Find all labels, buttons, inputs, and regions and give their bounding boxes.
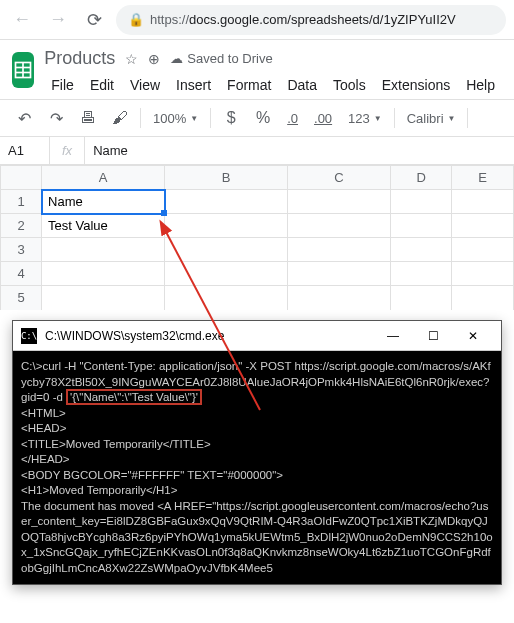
row-header-1[interactable]: 1 — [1, 190, 42, 214]
select-all-corner[interactable] — [1, 166, 42, 190]
save-status[interactable]: ☁ Saved to Drive — [170, 51, 272, 66]
menu-extensions[interactable]: Extensions — [375, 73, 457, 97]
cell-D4[interactable] — [390, 262, 452, 286]
cell-C4[interactable] — [288, 262, 391, 286]
col-header-E[interactable]: E — [452, 166, 514, 190]
print-button[interactable]: 🖶 — [76, 106, 100, 130]
url-prefix: https:// — [150, 12, 189, 27]
reload-button[interactable]: ⟳ — [80, 6, 108, 34]
cell-D3[interactable] — [390, 238, 452, 262]
cell-D1[interactable] — [390, 190, 452, 214]
percent-button[interactable]: % — [251, 106, 275, 130]
menu-file[interactable]: File — [44, 73, 81, 97]
cmd-title: C:\WINDOWS\system32\cmd.exe — [45, 329, 373, 343]
increase-decimal-button[interactable]: .00 — [310, 111, 336, 126]
menu-help[interactable]: Help — [459, 73, 502, 97]
cell-C3[interactable] — [288, 238, 391, 262]
forward-button[interactable]: → — [44, 6, 72, 34]
cell-B1[interactable] — [165, 190, 288, 214]
name-box[interactable]: A1 — [0, 137, 50, 164]
cmd-icon: C:\ — [21, 328, 37, 344]
menu-bar: File Edit View Insert Format Data Tools … — [44, 73, 502, 97]
cell-A3[interactable] — [42, 238, 165, 262]
browser-toolbar: ← → ⟳ 🔒 https://docs.google.com/spreadsh… — [0, 0, 514, 40]
cell-C1[interactable] — [288, 190, 391, 214]
cell-B5[interactable] — [165, 286, 288, 310]
paint-format-button[interactable]: 🖌 — [108, 106, 132, 130]
cell-E4[interactable] — [452, 262, 514, 286]
spreadsheet-grid[interactable]: A B C D E 1 Name 2 Test Value 3 4 — [0, 165, 514, 310]
col-header-D[interactable]: D — [390, 166, 452, 190]
menu-view[interactable]: View — [123, 73, 167, 97]
formula-bar: A1 fx Name — [0, 137, 514, 165]
cell-D2[interactable] — [390, 214, 452, 238]
fx-label: fx — [50, 137, 85, 164]
cell-B2[interactable] — [165, 214, 288, 238]
cell-E2[interactable] — [452, 214, 514, 238]
menu-tools[interactable]: Tools — [326, 73, 373, 97]
doc-title[interactable]: Products — [44, 48, 115, 69]
maximize-button[interactable]: ☐ — [413, 322, 453, 350]
cmd-window: C:\ C:\WINDOWS\system32\cmd.exe — ☐ ✕ C:… — [12, 320, 502, 585]
undo-button[interactable]: ↶ — [12, 106, 36, 130]
cloud-icon: ☁ — [170, 51, 183, 66]
col-header-B[interactable]: B — [165, 166, 288, 190]
cell-E3[interactable] — [452, 238, 514, 262]
cell-B4[interactable] — [165, 262, 288, 286]
cell-A2[interactable]: Test Value — [42, 214, 165, 238]
menu-insert[interactable]: Insert — [169, 73, 218, 97]
cell-A4[interactable] — [42, 262, 165, 286]
star-icon[interactable]: ☆ — [125, 51, 138, 67]
lock-icon: 🔒 — [128, 12, 144, 27]
cmd-output[interactable]: C:\>curl -H "Content-Type: application/j… — [13, 351, 501, 584]
cell-A5[interactable] — [42, 286, 165, 310]
url-bar[interactable]: 🔒 https://docs.google.com/spreadsheets/d… — [116, 5, 506, 35]
app-header: Products ☆ ⊕ ☁ Saved to Drive File Edit … — [0, 40, 514, 97]
row-header-5[interactable]: 5 — [1, 286, 42, 310]
move-icon[interactable]: ⊕ — [148, 51, 160, 67]
cell-A1[interactable]: Name — [42, 190, 165, 214]
toolbar: ↶ ↷ 🖶 🖌 100%▼ $ % .0 .00 123▼ Calibri▼ — [0, 100, 514, 137]
row-header-4[interactable]: 4 — [1, 262, 42, 286]
cell-D5[interactable] — [390, 286, 452, 310]
font-dropdown[interactable]: Calibri▼ — [403, 111, 460, 126]
redo-button[interactable]: ↷ — [44, 106, 68, 130]
cmd-titlebar[interactable]: C:\ C:\WINDOWS\system32\cmd.exe — ☐ ✕ — [13, 321, 501, 351]
col-header-A[interactable]: A — [42, 166, 165, 190]
menu-edit[interactable]: Edit — [83, 73, 121, 97]
close-button[interactable]: ✕ — [453, 322, 493, 350]
url-text: docs.google.com/spreadsheets/d/1yZIPYuII… — [189, 12, 456, 27]
row-header-3[interactable]: 3 — [1, 238, 42, 262]
minimize-button[interactable]: — — [373, 322, 413, 350]
row-header-2[interactable]: 2 — [1, 214, 42, 238]
formula-input[interactable]: Name — [85, 143, 514, 158]
number-format-dropdown[interactable]: 123▼ — [344, 111, 386, 126]
cell-E1[interactable] — [452, 190, 514, 214]
cell-C5[interactable] — [288, 286, 391, 310]
menu-data[interactable]: Data — [280, 73, 324, 97]
cell-E5[interactable] — [452, 286, 514, 310]
zoom-dropdown[interactable]: 100%▼ — [149, 111, 202, 126]
col-header-C[interactable]: C — [288, 166, 391, 190]
currency-button[interactable]: $ — [219, 106, 243, 130]
cell-B3[interactable] — [165, 238, 288, 262]
cmd-highlighted-payload: '{\"Name\":\"Test Value\"}' — [66, 389, 202, 405]
cell-C2[interactable] — [288, 214, 391, 238]
decrease-decimal-button[interactable]: .0 — [283, 111, 302, 126]
back-button[interactable]: ← — [8, 6, 36, 34]
sheets-logo-icon[interactable] — [12, 52, 34, 88]
menu-format[interactable]: Format — [220, 73, 278, 97]
